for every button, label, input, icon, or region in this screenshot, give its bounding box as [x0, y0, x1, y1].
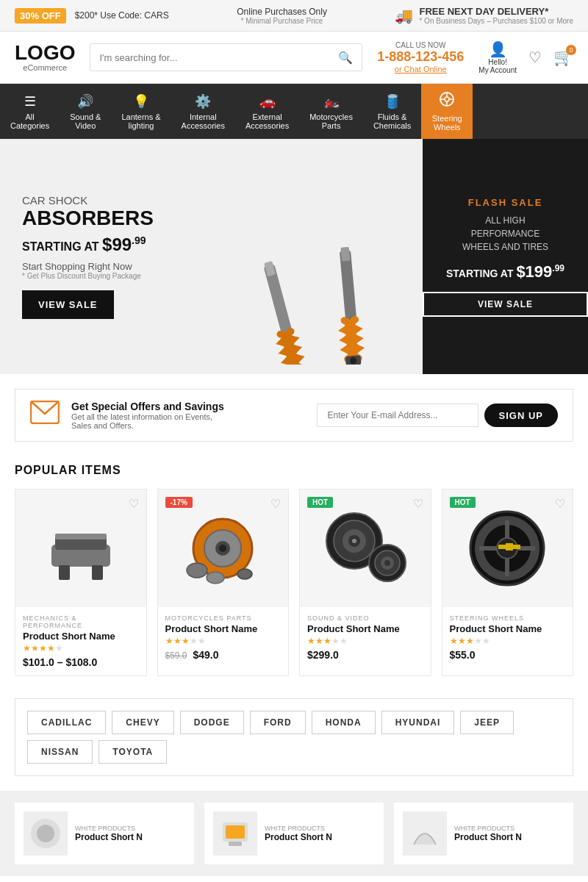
hero-right: FLASH SALE ALL HIGHPERFORMANCEWHEELS AND…: [423, 139, 588, 374]
bottom-product-info-2: WHITE PRODUCTS Product Short N: [454, 825, 522, 842]
svg-point-25: [207, 572, 224, 584]
product-category-2: SOUND & VIDEO: [307, 614, 423, 622]
wp-label-0: WHITE PRODUCTS: [75, 825, 143, 832]
product-category-0: MECHANICS & PERFORMANCE: [23, 614, 139, 629]
product-card-2[interactable]: HOT SOUND & VIDEO Produc: [299, 489, 431, 676]
phone-number[interactable]: 1-888-123-456: [377, 49, 464, 65]
newsletter-form[interactable]: SIGN UP: [236, 404, 558, 427]
steering-icon: [439, 91, 455, 111]
brands-section: CADILLAC CHEVY DODGE FORD HONDA HYUNDAI …: [15, 698, 573, 776]
product-card-3[interactable]: HOT STEERING WHEELS Prod: [442, 489, 574, 676]
online-only-block: Online Purchases Only * Minimal Purchase…: [237, 7, 327, 25]
nav-label-motorcycles: MotorcyclesParts: [309, 112, 353, 130]
wishlist-btn-3[interactable]: ♡: [555, 497, 565, 511]
product-stars-2: ★★★★★: [307, 636, 423, 646]
product-category-1: MOTORCYCLES PARTS: [165, 614, 282, 622]
brand-honda[interactable]: HONDA: [312, 711, 376, 734]
product-price-0: $101.0 – $108.0: [23, 656, 139, 668]
svg-rect-18: [92, 565, 103, 580]
search-button[interactable]: 🔍: [329, 51, 362, 65]
nav-motorcycles[interactable]: 🏍️ MotorcyclesParts: [299, 84, 363, 139]
nav-label-sound: Sound &Video: [70, 112, 101, 130]
signup-button[interactable]: SIGN UP: [484, 404, 558, 427]
min-purchase: * Minimal Purchase Price: [237, 17, 327, 25]
bottom-product-0[interactable]: WHITE PRODUCTS Product Short N: [15, 803, 194, 864]
delivery-title: FREE NEXT DAY DELIVERY*: [419, 6, 548, 17]
wp-name-0: Product Short N: [75, 832, 143, 842]
svg-rect-50: [229, 842, 242, 846]
wishlist-btn-2[interactable]: ♡: [413, 497, 423, 511]
cart-button[interactable]: 🛒 0: [553, 48, 573, 67]
wishlist-button[interactable]: ♡: [528, 49, 542, 66]
bottom-product-2[interactable]: WHITE PRODUCTS Product Short N: [394, 803, 573, 864]
product-card-0[interactable]: MECHANICS & PERFORMANCE Product Short Na…: [15, 489, 147, 676]
brand-hyundai[interactable]: HYUNDAI: [381, 711, 455, 734]
brand-nissan[interactable]: NISSAN: [27, 740, 93, 764]
my-account-button[interactable]: 👤 Hello! My Account: [478, 40, 517, 74]
svg-point-26: [237, 569, 252, 579]
nav-label-all: AllCategories: [10, 112, 49, 130]
search-bar[interactable]: 🔍: [90, 43, 362, 71]
nav-label-fluids: Fluids &Chemicals: [373, 112, 411, 130]
nav-sound-video[interactable]: 🔊 Sound &Video: [60, 84, 111, 139]
product-name-1: Product Short Name: [165, 623, 282, 634]
svg-point-31: [352, 539, 356, 543]
flash-price: STARTING AT $199.99: [446, 262, 564, 282]
svg-point-1: [445, 97, 449, 101]
main-nav: ☰ AllCategories 🔊 Sound &Video 💡 Lantern…: [0, 84, 588, 139]
hero-view-sale-button[interactable]: VIEW SALE: [22, 290, 114, 319]
brand-chevy[interactable]: CHEVY: [112, 711, 173, 734]
svg-point-13: [349, 356, 358, 365]
wishlist-btn-1[interactable]: ♡: [270, 497, 281, 511]
nav-label-steering: SteeringWheels: [432, 114, 462, 132]
newsletter-section: Get Special Offers and Savings Get all t…: [15, 389, 573, 442]
nav-all-categories[interactable]: ☰ AllCategories: [0, 84, 60, 139]
nav-lanterns[interactable]: 💡 Lanterns &lighting: [111, 84, 171, 139]
product-name-0: Product Short Name: [23, 631, 139, 642]
product-badge-3: HOT: [450, 497, 476, 508]
svg-rect-17: [59, 565, 70, 580]
popular-items-section: POPULAR ITEMS MECHANICS & PERFORMANCE Pr…: [0, 456, 588, 691]
svg-rect-49: [226, 825, 245, 839]
newsletter-heading: Get Special Offers and Savings: [71, 401, 224, 412]
promo-code-text: $200* Use Code: CARS: [75, 10, 169, 21]
bottom-product-1[interactable]: WHITE PRODUCTS Product Short N: [204, 803, 384, 864]
sale-badge: 30% OFF: [15, 8, 66, 24]
product-info-3: STEERING WHEELS Product Short Name ★★★★★…: [442, 607, 573, 668]
mail-icon: [30, 400, 60, 431]
menu-icon: ☰: [24, 93, 36, 110]
product-card-1[interactable]: -17% MOTORCYCLES PARTS Product Short Nam…: [157, 489, 290, 676]
nav-external-acc[interactable]: 🚗 ExternalAccessories: [235, 84, 299, 139]
chat-link[interactable]: or Chat Online: [377, 65, 464, 74]
nav-fluids[interactable]: 🛢️ Fluids &Chemicals: [363, 84, 421, 139]
brand-jeep[interactable]: JEEP: [460, 711, 514, 734]
search-input[interactable]: [90, 52, 329, 63]
wishlist-btn-0[interactable]: ♡: [129, 497, 139, 511]
email-input[interactable]: [317, 404, 478, 427]
bottom-products-section: WHITE PRODUCTS Product Short N WHITE PRO…: [0, 791, 588, 876]
nav-label-external: ExternalAccessories: [245, 112, 289, 130]
logo[interactable]: LOGO eCommerce: [15, 43, 75, 72]
nav-steering-wheels[interactable]: SteeringWheels: [421, 84, 473, 139]
product-info-0: MECHANICS & PERFORMANCE Product Short Na…: [15, 607, 146, 675]
nav-internal-acc[interactable]: ⚙️ InternalAccessories: [171, 84, 235, 139]
contact-block: CALL US NOW 1-888-123-456 or Chat Online: [377, 41, 464, 74]
sound-icon: 🔊: [77, 93, 93, 110]
brand-ford[interactable]: FORD: [250, 711, 306, 734]
svg-point-35: [384, 560, 390, 566]
product-badge-1: -17%: [165, 497, 193, 508]
bottom-product-info-0: WHITE PRODUCTS Product Short N: [75, 825, 143, 842]
brand-dodge[interactable]: DODGE: [180, 711, 244, 734]
product-stars-1: ★★★★★: [165, 636, 282, 646]
brand-cadillac[interactable]: CADILLAC: [27, 711, 106, 734]
svg-point-23: [219, 545, 226, 552]
external-icon: 🚗: [259, 93, 276, 110]
product-name-3: Product Short Name: [450, 623, 566, 634]
bottom-product-info-1: WHITE PRODUCTS Product Short N: [265, 825, 332, 842]
brand-toyota[interactable]: TOYOTA: [98, 740, 167, 764]
top-banner: 30% OFF $200* Use Code: CARS Online Purc…: [0, 0, 588, 32]
product-image-0: [15, 490, 146, 607]
product-price-1: $59.0 $49.0: [165, 649, 282, 661]
flash-view-sale-button[interactable]: VIEW SALE: [423, 292, 588, 317]
nav-label-internal: InternalAccessories: [182, 112, 225, 130]
